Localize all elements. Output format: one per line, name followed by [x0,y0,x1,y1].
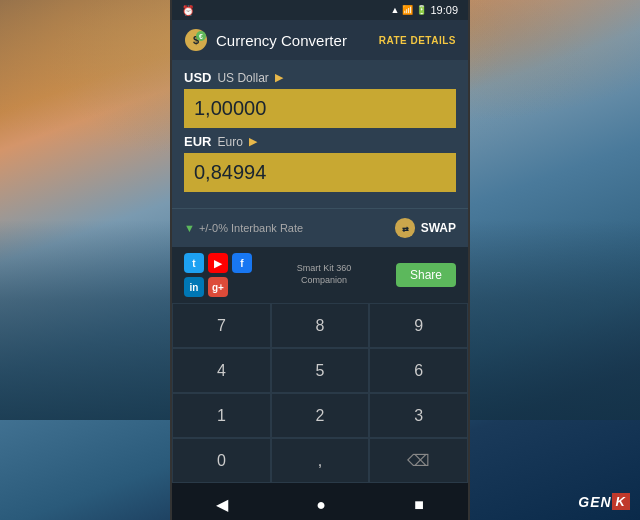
backspace-key[interactable]: ⌫ [369,438,468,483]
linkedin-icon[interactable]: in [184,277,204,297]
svg-text:€: € [199,33,203,40]
nav-bar: ◀ ● ■ [172,483,468,520]
to-currency-name: Euro [217,135,242,149]
num-key-0[interactable]: 0 [172,438,271,483]
swap-icon: ⇄ [394,217,416,239]
interbank-left: ▼ +/-0% Interbank Rate [184,222,303,234]
watermark: GEN K [578,493,630,510]
num-key-6[interactable]: 6 [369,348,468,393]
share-button[interactable]: Share [396,263,456,287]
watermark-vk: K [612,493,630,510]
num-key-2[interactable]: 2 [271,393,370,438]
num-key-1[interactable]: 1 [172,393,271,438]
to-currency-arrow-icon[interactable]: ▶ [249,135,257,148]
app-logo-icon: $ € [184,28,208,52]
home-button[interactable]: ● [296,492,346,518]
from-currency-row: USD US Dollar ▶ [184,70,456,128]
from-currency-code: USD [184,70,211,85]
num-key-8[interactable]: 8 [271,303,370,348]
interbank-trend-icon: ▼ [184,222,195,234]
num-key-3[interactable]: 3 [369,393,468,438]
googleplus-icon[interactable]: g+ [208,277,228,297]
battery-icon: 🔋 [416,5,427,15]
social-icons-2: in g+ [184,277,252,297]
numpad: 7894561230,⌫ [172,303,468,483]
to-currency-input[interactable] [184,153,456,192]
from-currency-input[interactable] [184,89,456,128]
smartkit-line1: Smart Kit 360 [297,263,352,275]
from-currency-arrow-icon[interactable]: ▶ [275,71,283,84]
converter-area: USD US Dollar ▶ EUR Euro ▶ [172,60,468,208]
smartkit-text: Smart Kit 360 Companion [297,263,352,286]
status-bar-right: ▲ 📶 🔋 19:09 [391,4,458,16]
watermark-gen: GEN [578,494,611,510]
status-bar-left: ⏰ [182,5,194,16]
to-currency-code: EUR [184,134,211,149]
youtube-icon[interactable]: ▶ [208,253,228,273]
swap-label: SWAP [421,221,456,235]
interbank-label: +/-0% Interbank Rate [199,222,303,234]
smartkit-line2: Companion [297,275,352,287]
app-header: $ € Currency Converter RATE DETAILS [172,20,468,60]
app-title-section: $ € Currency Converter [184,28,347,52]
social-icons: t ▶ f [184,253,252,273]
signal-icon: 📶 [402,5,413,15]
rate-details-link[interactable]: RATE DETAILS [379,35,456,46]
back-button[interactable]: ◀ [196,491,248,518]
twitter-icon[interactable]: t [184,253,204,273]
num-key-,[interactable]: , [271,438,370,483]
to-currency-label: EUR Euro ▶ [184,134,456,149]
num-key-7[interactable]: 7 [172,303,271,348]
interbank-row: ▼ +/-0% Interbank Rate ⇄ SWAP [172,208,468,247]
svg-text:⇄: ⇄ [401,225,408,234]
num-key-5[interactable]: 5 [271,348,370,393]
num-key-4[interactable]: 4 [172,348,271,393]
from-currency-name: US Dollar [217,71,268,85]
wifi-icon: ▲ [391,5,400,15]
facebook-icon[interactable]: f [232,253,252,273]
num-key-9[interactable]: 9 [369,303,468,348]
recent-button[interactable]: ■ [394,492,444,518]
app-title: Currency Converter [216,32,347,49]
phone-frame: ⏰ ▲ 📶 🔋 19:09 $ € Currency Converter RAT… [170,0,470,520]
alarm-icon: ⏰ [182,5,194,16]
status-bar: ⏰ ▲ 📶 🔋 19:09 [172,0,468,20]
to-currency-row: EUR Euro ▶ [184,134,456,192]
social-bar: t ▶ f in g+ Smart Kit 360 Companion Shar… [172,247,468,303]
from-currency-label: USD US Dollar ▶ [184,70,456,85]
swap-button[interactable]: ⇄ SWAP [394,217,456,239]
status-time: 19:09 [430,4,458,16]
